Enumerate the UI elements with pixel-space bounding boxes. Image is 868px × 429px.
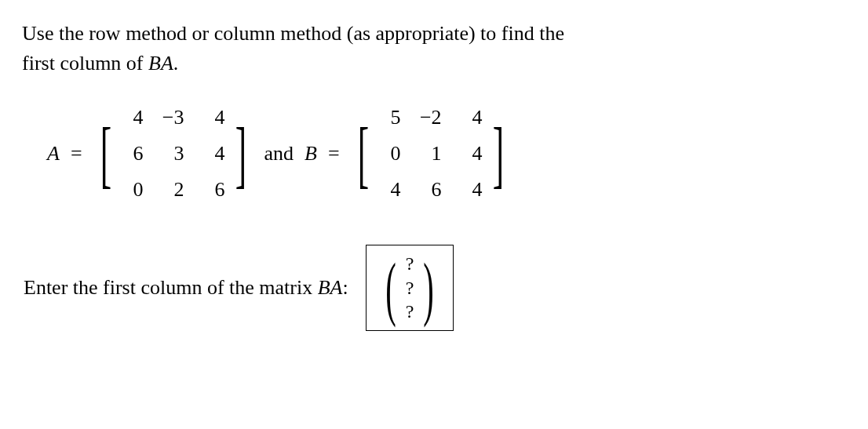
matrix-cell: 0 [122,175,144,205]
answer-prompt-suffix: : [343,276,348,299]
answer-entry-1[interactable]: ? [406,253,414,274]
matrix-cell: 0 [379,139,401,169]
right-bracket-icon: ] [235,118,246,189]
prompt-line2-prefix: first column of [22,52,148,75]
matrix-cell: 1 [420,139,442,169]
prompt-line2-var: BA [148,52,173,75]
matrix-A: [ 4 −3 4 6 3 4 0 2 6 ] [93,103,253,204]
answer-prompt-var: BA [318,276,343,299]
answer-input-box[interactable]: ( ? ? ? ) [366,245,454,330]
left-paren-icon: ( [385,256,396,320]
matrices-definition: A = [ 4 −3 4 6 3 4 0 2 6 ] and B = [ 5 −… [47,103,846,204]
equals-sign: = [328,139,340,169]
and-text: and [264,139,294,169]
matrix-cell: 4 [379,175,401,205]
prompt-line1: Use the row method or column method (as … [22,22,564,45]
matrix-cell: 5 [379,103,401,133]
matrix-cell: 4 [122,103,144,133]
matrix-cell: 3 [162,139,184,169]
right-bracket-icon: ] [492,118,503,189]
question-prompt: Use the row method or column method (as … [22,19,846,78]
matrix-B-label: B [305,139,317,169]
answer-entry-3[interactable]: ? [406,301,414,322]
answer-row: Enter the first column of the matrix BA:… [24,245,846,330]
matrix-A-grid: 4 −3 4 6 3 4 0 2 6 [122,103,225,204]
matrix-cell: 6 [203,175,225,205]
matrix-cell: 2 [162,175,184,205]
prompt-line2-suffix: . [173,52,179,75]
matrix-cell: 4 [203,139,225,169]
matrix-cell: −3 [162,103,184,133]
answer-entry-2[interactable]: ? [406,278,414,298]
matrix-cell: 4 [461,175,483,205]
matrix-cell: 4 [203,103,225,133]
matrix-B-grid: 5 −2 4 0 1 4 4 6 4 [379,103,483,204]
answer-prompt: Enter the first column of the matrix BA: [24,273,348,303]
matrix-cell: 6 [420,175,442,205]
matrix-cell: 6 [122,139,144,169]
answer-prompt-prefix: Enter the first column of the matrix [24,276,318,299]
matrix-A-label: A [47,139,60,169]
answer-vector: ? ? ? [406,253,414,322]
matrix-cell: −2 [420,103,442,133]
left-bracket-icon: [ [357,118,368,189]
left-bracket-icon: [ [100,118,111,189]
matrix-cell: 4 [461,139,483,169]
matrix-cell: 4 [461,103,483,133]
matrix-B: [ 5 −2 4 0 1 4 4 6 4 ] [351,103,511,204]
right-paren-icon: ) [424,256,434,320]
equals-sign: = [71,139,82,169]
